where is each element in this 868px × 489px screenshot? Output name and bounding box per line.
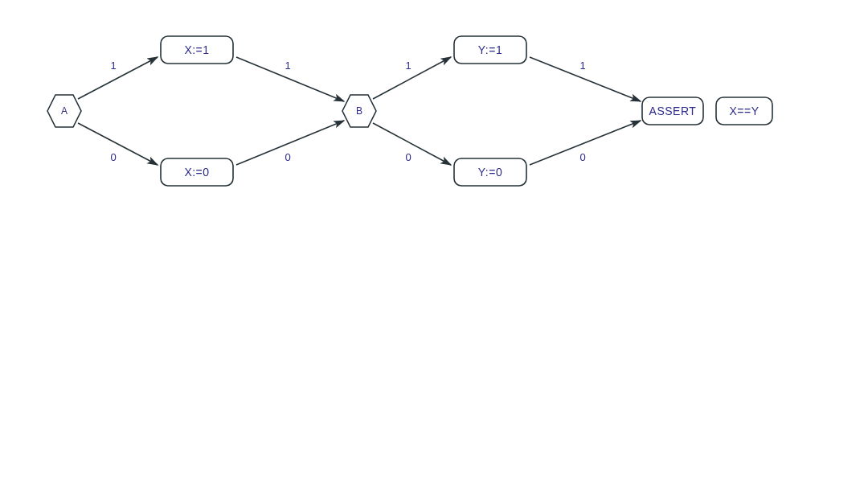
edge-label: 1: [579, 60, 585, 72]
svg-line-5: [373, 123, 451, 165]
node-label: B: [356, 105, 362, 117]
svg-line-1: [78, 123, 158, 165]
edge-label: 1: [285, 60, 290, 72]
node-label: Y:=1: [478, 43, 502, 56]
edge-y1-assert: 1: [530, 57, 641, 101]
node-label: X==Y: [729, 105, 759, 117]
svg-line-4: [373, 57, 451, 99]
edge-label: 0: [405, 151, 411, 163]
svg-line-0: [78, 57, 158, 99]
edge-label: 0: [110, 151, 116, 163]
edge-a-x0: 0: [78, 123, 158, 165]
node-assert: ASSERT: [642, 97, 703, 125]
node-label: Y:=0: [478, 166, 502, 179]
node-y0: Y:=0: [454, 158, 526, 186]
edge-label: 1: [405, 60, 411, 72]
edge-b-y0: 0: [373, 123, 451, 165]
node-label: X:=1: [184, 43, 209, 56]
node-label: ASSERT: [649, 105, 697, 117]
edge-y0-assert: 0: [530, 121, 641, 165]
node-xeqy: X==Y: [716, 97, 772, 125]
node-x0: X:=0: [161, 158, 233, 186]
node-label: A: [61, 105, 68, 117]
nodes: A X:=1 X:=0 B Y:=1 Y:=0 AS: [47, 36, 772, 186]
edge-b-y1: 1: [373, 57, 451, 99]
node-b: B: [342, 95, 376, 127]
edge-label: 0: [579, 151, 585, 163]
node-label: X:=0: [184, 166, 209, 179]
node-a: A: [47, 95, 81, 127]
edge-label: 1: [110, 60, 116, 72]
node-x1: X:=1: [161, 36, 233, 64]
edge-x1-b: 1: [236, 57, 344, 101]
edge-a-x1: 1: [78, 57, 158, 99]
edge-x0-b: 0: [236, 121, 344, 165]
edge-label: 0: [285, 151, 290, 163]
flow-diagram: 1 0 1 0 1 0 1: [0, 0, 868, 489]
node-y1: Y:=1: [454, 36, 526, 64]
